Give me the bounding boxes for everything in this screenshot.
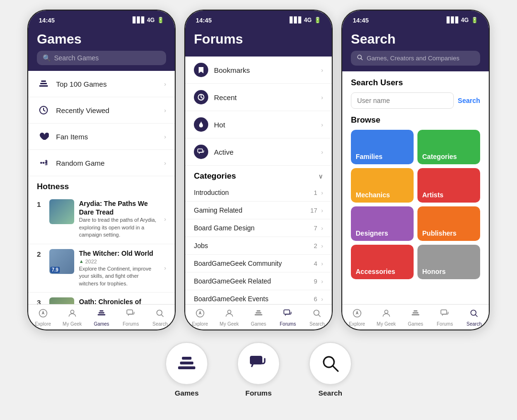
forums-tab-games[interactable]: Games — [244, 307, 273, 329]
cat-bgg-related-label: BoardGameGeek Related — [194, 277, 314, 285]
hotness-num-2: 2 — [37, 249, 45, 258]
browse-designers[interactable]: Designers — [351, 206, 414, 241]
search-time: 14:45 — [353, 17, 369, 24]
search-screen-header: Search Games, Creators and Companies — [342, 28, 489, 71]
search-user-button[interactable]: Search — [458, 97, 480, 104]
forums-battery-icon: 🔋 — [314, 17, 321, 23]
browse-title: Browse — [351, 115, 480, 125]
games-status-right: ▋▋▋ 4G 🔋 — [133, 17, 164, 23]
cat-jobs[interactable]: Jobs 2 › — [185, 237, 332, 255]
games-random[interactable]: Random Game › — [28, 150, 175, 176]
hotness-num-1: 1 — [37, 199, 45, 208]
username-input[interactable] — [351, 92, 454, 109]
forums-phone: 14:45 ▋▋▋ 4G 🔋 Forums Bookmarks › — [184, 10, 333, 330]
cat-board-game-design-count: 7 — [314, 225, 317, 232]
forum-bookmarks[interactable]: Bookmarks › — [185, 57, 332, 84]
forums-app-icon[interactable]: Forums — [237, 342, 280, 397]
games-tab-explore[interactable]: Explore — [28, 307, 57, 329]
svg-rect-33 — [412, 314, 419, 316]
forums-tab-forums[interactable]: Forums — [273, 307, 303, 329]
cat-bgg-events-count: 6 — [314, 295, 317, 303]
forum-hot[interactable]: Hot › — [185, 111, 332, 138]
search-status-right: ▋▋▋ 4G 🔋 — [447, 17, 478, 23]
games-tab-games[interactable]: Games — [87, 307, 116, 329]
svg-line-38 — [476, 315, 478, 317]
cat-gaming-related-label: Gaming Related — [194, 206, 310, 214]
browse-accessories[interactable]: Accessories — [351, 245, 414, 279]
search-tab-explore-label: Explore — [349, 321, 365, 327]
search-tab-mygeek[interactable]: My Geek — [371, 307, 401, 329]
svg-marker-9 — [42, 310, 45, 315]
random-label: Random Game — [56, 159, 164, 167]
forum-recent[interactable]: Recent › — [185, 84, 332, 111]
browse-publishers-label: Publishers — [422, 229, 457, 237]
cat-bgg-community-label: BoardGameGeek Community — [194, 260, 314, 267]
games-tab-forums[interactable]: Forums — [116, 307, 146, 329]
browse-publishers[interactable]: Publishers — [417, 206, 480, 241]
games-tab-mygeek[interactable]: My Geek — [57, 307, 87, 329]
hotness-item-3[interactable]: 3 8.1 Oath: Chronicles of Empire and Exi… — [28, 293, 175, 304]
search-tab-explore[interactable]: Explore — [342, 307, 371, 329]
games-battery-icon: 🔋 — [157, 17, 164, 23]
search-tab-games-label: Games — [408, 321, 423, 327]
games-icon-label: Games — [175, 389, 199, 397]
forums-tab-search[interactable]: Search — [303, 307, 332, 329]
forums-tab-explore-label: Explore — [192, 321, 208, 327]
forums-tab-icon — [126, 308, 135, 320]
hotness-item-1[interactable]: 1 Arydia: The Paths We Dare Tread Dare t… — [28, 194, 175, 244]
games-app-icon[interactable]: Games — [165, 342, 208, 397]
browse-honors[interactable]: Honors — [417, 245, 480, 279]
search-main-icon — [357, 54, 363, 62]
recent-label: Recent — [214, 93, 315, 102]
bookmarks-label: Bookmarks — [214, 66, 315, 74]
browse-families[interactable]: Families — [351, 130, 414, 164]
cat-bgg-related[interactable]: BoardGameGeek Related 9 › — [185, 272, 332, 290]
forums-games-icon — [254, 308, 263, 320]
cat-bgg-community[interactable]: BoardGameGeek Community 4 › — [185, 255, 332, 272]
forums-status-bar: 14:45 ▋▋▋ 4G 🔋 — [185, 11, 332, 28]
browse-artists[interactable]: Artists — [417, 168, 480, 203]
app-icons-row: Games Forums Search — [165, 342, 352, 397]
svg-rect-22 — [255, 314, 262, 316]
browse-categories[interactable]: Categories — [417, 130, 480, 164]
svg-point-37 — [471, 310, 476, 316]
fan-items-icon — [37, 130, 50, 143]
cat-bgg-events[interactable]: BoardGameGeek Events 6 › — [185, 290, 332, 304]
games-search-bar[interactable]: 🔍 Search Games — [37, 51, 166, 65]
hotness-desc-1: Dare to tread the paths of Arydia, explo… — [79, 216, 159, 238]
cat-gaming-related-count: 17 — [310, 207, 317, 214]
search-tab-games[interactable]: Games — [401, 307, 430, 329]
forums-tab-explore[interactable]: Explore — [185, 307, 214, 329]
svg-rect-34 — [413, 312, 418, 314]
search-status-bar: 14:45 ▋▋▋ 4G 🔋 — [342, 11, 489, 28]
hotness-item-2[interactable]: 2 7.9 The Witcher: Old World ▲2022 Explo… — [28, 244, 175, 293]
forum-active[interactable]: Active › — [185, 138, 332, 166]
search-main-bar[interactable]: Games, Creators and Companies — [351, 51, 480, 66]
cat-introduction[interactable]: Introduction 1 › — [185, 184, 332, 202]
games-fan-items[interactable]: Fan Items › — [28, 124, 175, 150]
cat-gaming-related[interactable]: Gaming Related 17 › — [185, 202, 332, 219]
games-header: Games 🔍 Search Games — [28, 28, 175, 71]
search-tab-forums[interactable]: Forums — [430, 307, 460, 329]
search-app-icon[interactable]: Search — [309, 342, 352, 397]
svg-rect-35 — [414, 310, 417, 312]
games-tab-icon — [97, 308, 106, 320]
forums-tab-mygeek[interactable]: My Geek — [214, 307, 244, 329]
games-signal: ▋▋▋ 4G — [133, 17, 155, 23]
games-tab-bar: Explore My Geek Games — [28, 304, 175, 329]
search-tab-search[interactable]: Search — [460, 307, 489, 329]
forums-tab-icon-active — [283, 308, 292, 320]
games-tab-search[interactable]: Search — [146, 307, 175, 329]
recently-viewed-chevron: › — [164, 107, 166, 114]
cat-introduction-label: Introduction — [194, 189, 314, 196]
browse-mechanics[interactable]: Mechanics — [351, 168, 414, 203]
mygeek-tab-icon — [67, 308, 77, 320]
games-tab-explore-label: Explore — [35, 321, 51, 327]
games-recently-viewed[interactable]: Recently Viewed › — [28, 97, 175, 124]
cat-board-game-design[interactable]: Board Game Design 7 › — [185, 219, 332, 237]
hot-label: Hot — [214, 121, 315, 129]
games-top100[interactable]: Top 100 Games › — [28, 71, 175, 97]
games-title: Games — [37, 32, 166, 47]
hotness-desc-2: Explore the Continent, improve your skil… — [79, 265, 159, 287]
phones-container: 14:45 ▋▋▋ 4G 🔋 Games 🔍 Search Games — [27, 10, 490, 330]
